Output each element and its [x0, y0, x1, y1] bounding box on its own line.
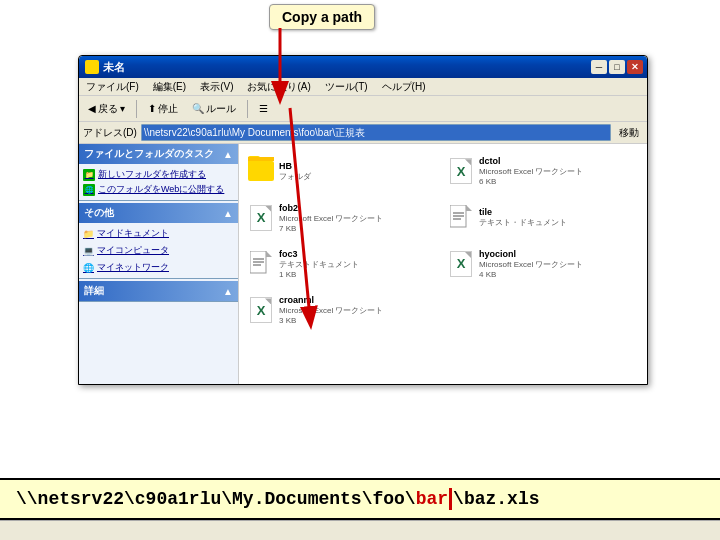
sidebar-collapse-icon: ▲ — [223, 149, 233, 160]
back-button[interactable]: ◀ 戻る ▾ — [83, 100, 130, 118]
stop-icon: ⬆ — [148, 103, 156, 114]
file-size: 4 KB — [479, 270, 639, 279]
file-details: dctol Microsoft Excel ワークシート 6 KB — [479, 156, 639, 186]
sidebar-details-collapse-icon: ▲ — [223, 286, 233, 297]
excel-icon — [247, 296, 275, 324]
status-bar — [79, 384, 647, 385]
sidebar-other-content: 📁 マイドキュメント 💻 マイコンピュータ 🌐 マイネットワーク — [79, 223, 238, 278]
title-bar-buttons: ─ □ ✕ — [591, 60, 643, 74]
sidebar-section-other-header[interactable]: その他 ▲ — [79, 203, 238, 223]
toolbar-separator-1 — [136, 100, 137, 118]
file-name: foc3 — [279, 249, 439, 259]
stop-button[interactable]: ⬆ 停止 — [143, 100, 183, 118]
sidebar-link-new-folder-label: 新しいフォルダを作成する — [98, 168, 206, 181]
mydocs-label: マイドキュメント — [97, 227, 169, 240]
list-item[interactable]: fob2 Microsoft Excel ワークシート 7 KB — [245, 196, 441, 238]
file-details: HB フォルダ — [279, 161, 439, 182]
sidebar-tasks-content: 📁 新しいフォルダを作成する 🌐 このフォルダをWebに公開する — [79, 164, 238, 200]
list-item[interactable]: foc3 テキストドキュメント 1 KB — [245, 243, 441, 285]
maximize-button[interactable]: □ — [609, 60, 625, 74]
folder-icon: 📁 — [83, 229, 94, 239]
bottom-strip — [0, 520, 720, 540]
sidebar-tasks-title: ファイルとフォルダのタスク — [84, 147, 214, 161]
file-name: tile — [479, 207, 639, 217]
menu-tools[interactable]: ツール(T) — [322, 79, 371, 95]
stop-label: 停止 — [158, 102, 178, 116]
search-icon: 🔍 — [192, 103, 204, 114]
list-item[interactable]: dctol Microsoft Excel ワークシート 6 KB — [445, 150, 641, 192]
file-size: 7 KB — [279, 224, 439, 233]
address-input[interactable] — [141, 124, 611, 141]
publish-icon: 🌐 — [83, 184, 95, 196]
sidebar-link-new-folder[interactable]: 📁 新しいフォルダを作成する — [83, 167, 234, 182]
file-type: テキストドキュメント — [279, 259, 439, 270]
file-type: Microsoft Excel ワークシート — [279, 213, 439, 224]
back-label: 戻る — [98, 102, 118, 116]
sidebar-section-details-header[interactable]: 詳細 ▲ — [79, 281, 238, 301]
list-item[interactable]: HB フォルダ — [245, 150, 441, 192]
path-prefix: \\netsrv22\c90a1rlu\My.Documents\foo\ — [16, 489, 416, 509]
file-details: croanml Microsoft Excel ワークシート 3 KB — [279, 295, 439, 325]
menu-edit[interactable]: 編集(E) — [150, 79, 189, 95]
new-folder-icon: 📁 — [83, 169, 95, 181]
menu-help[interactable]: ヘルプ(H) — [379, 79, 429, 95]
path-display: \\netsrv22\c90a1rlu\My.Documents\foo\bar… — [0, 478, 720, 520]
menu-view[interactable]: 表示(V) — [197, 79, 236, 95]
address-go-button[interactable]: 移動 — [615, 125, 643, 141]
views-button[interactable]: ☰ — [254, 101, 273, 116]
text-icon — [447, 204, 475, 232]
list-item[interactable]: croanml Microsoft Excel ワークシート 3 KB — [245, 289, 441, 331]
sidebar-section-tasks: ファイルとフォルダのタスク ▲ 📁 新しいフォルダを作成する 🌐 このフォルダを… — [79, 144, 238, 201]
content-area: ファイルとフォルダのタスク ▲ 📁 新しいフォルダを作成する 🌐 このフォルダを… — [79, 144, 647, 384]
file-type: テキスト・ドキュメント — [479, 217, 639, 228]
menu-bar: ファイル(F) 編集(E) 表示(V) お気に入り(A) ツール(T) ヘルプ(… — [79, 78, 647, 96]
window-title: 未名 — [103, 60, 125, 75]
search-button[interactable]: 🔍 ルール — [187, 100, 241, 118]
address-bar: アドレス(D) 移動 — [79, 122, 647, 144]
toolbar-separator-2 — [247, 100, 248, 118]
list-item[interactable]: tile テキスト・ドキュメント — [445, 196, 641, 238]
list-item[interactable]: hyocionl Microsoft Excel ワークシート 4 KB — [445, 243, 641, 285]
sidebar-other-collapse-icon: ▲ — [223, 208, 233, 219]
path-cursor — [449, 488, 452, 510]
computer-icon: 💻 — [83, 246, 94, 256]
sidebar-section-tasks-header[interactable]: ファイルとフォルダのタスク ▲ — [79, 144, 238, 164]
address-label: アドレス(D) — [83, 126, 137, 140]
file-type: Microsoft Excel ワークシート — [479, 166, 639, 177]
folder-icon — [247, 157, 275, 185]
file-name: dctol — [479, 156, 639, 166]
file-name: fob2 — [279, 203, 439, 213]
sidebar-link-mynetwork[interactable]: 🌐 マイネットワーク — [83, 259, 234, 276]
sidebar-link-publish-label: このフォルダをWebに公開する — [98, 183, 224, 196]
text-icon — [247, 250, 275, 278]
file-type: フォルダ — [279, 171, 439, 182]
dropdown-arrow-icon: ▾ — [120, 103, 125, 114]
excel-icon — [447, 157, 475, 185]
svg-marker-5 — [466, 205, 472, 211]
sidebar-link-mycomputer[interactable]: 💻 マイコンピュータ — [83, 242, 234, 259]
file-size: 6 KB — [479, 177, 639, 186]
excel-icon — [247, 204, 275, 232]
file-name: HB — [279, 161, 439, 171]
path-suffix: \baz.xls — [453, 489, 539, 509]
sidebar-link-mydocs[interactable]: 📁 マイドキュメント — [83, 225, 234, 242]
file-details: tile テキスト・ドキュメント — [479, 207, 639, 228]
file-type: Microsoft Excel ワークシート — [479, 259, 639, 270]
file-details: hyocionl Microsoft Excel ワークシート 4 KB — [479, 249, 639, 279]
sidebar: ファイルとフォルダのタスク ▲ 📁 新しいフォルダを作成する 🌐 このフォルダを… — [79, 144, 239, 384]
svg-marker-10 — [266, 251, 272, 257]
title-bar: 未名 ─ □ ✕ — [79, 56, 647, 78]
window-icon — [85, 60, 99, 74]
menu-file[interactable]: ファイル(F) — [83, 79, 142, 95]
sidebar-other-title: その他 — [84, 206, 114, 220]
sidebar-section-other: その他 ▲ 📁 マイドキュメント 💻 マイコンピュータ 🌐 マイネットワーク — [79, 203, 238, 279]
file-name: croanml — [279, 295, 439, 305]
menu-favorites[interactable]: お気に入り(A) — [244, 79, 313, 95]
file-name: hyocionl — [479, 249, 639, 259]
path-highlight: bar — [416, 489, 448, 509]
file-area: HB フォルダ dctol Microsoft Excel ワークシート 6 K… — [239, 144, 647, 384]
mynetwork-label: マイネットワーク — [97, 261, 169, 274]
close-button[interactable]: ✕ — [627, 60, 643, 74]
sidebar-link-publish[interactable]: 🌐 このフォルダをWebに公開する — [83, 182, 234, 197]
minimize-button[interactable]: ─ — [591, 60, 607, 74]
